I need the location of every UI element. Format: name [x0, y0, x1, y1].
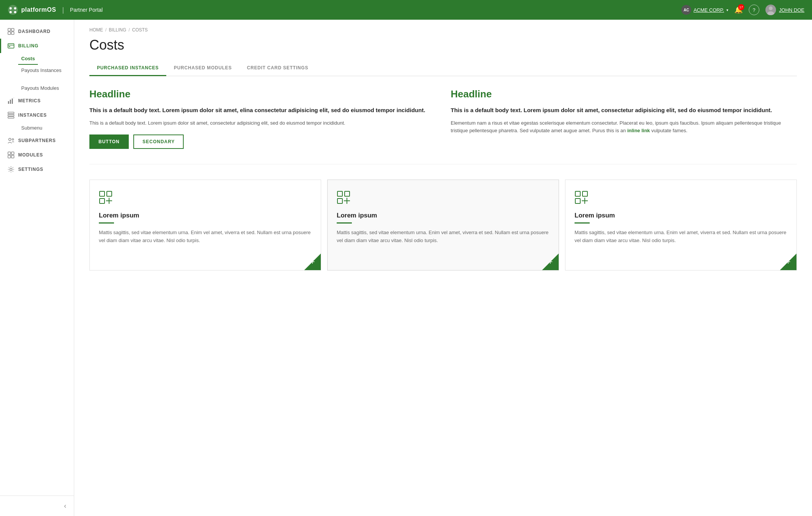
card-1-title: Lorem ipsum — [99, 212, 312, 219]
content-area: HOME / BILLING / COSTS Costs PURCHASED I… — [74, 20, 812, 290]
sidebar-collapse-button[interactable]: ‹ — [0, 496, 74, 516]
svg-point-4 — [14, 11, 16, 13]
topnav-right: AC ACME CORP. ▾ 🔔 17 ? JOHN DOE — [681, 5, 804, 15]
svg-rect-11 — [8, 44, 14, 48]
card-2-icon — [337, 191, 550, 206]
svg-point-3 — [9, 11, 12, 13]
breadcrumb-sep-1: / — [105, 27, 106, 33]
user-name: JOHN DOE — [779, 7, 804, 13]
sidebar: DASHBOARD BILLING Costs Payouts Instance… — [0, 20, 74, 516]
svg-rect-8 — [11, 28, 14, 31]
card-3-icon — [575, 191, 787, 206]
tab-credit-card-settings[interactable]: CREDIT CARD SETTINGS — [239, 61, 316, 76]
instances-icon — [8, 112, 14, 119]
right-headline-block: Headline This is a default body text. Lo… — [451, 88, 797, 149]
dashboard-icon — [8, 28, 14, 35]
card-1-icon — [99, 191, 312, 206]
company-avatar: AC — [681, 5, 691, 15]
svg-point-0 — [8, 5, 18, 15]
tab-purchased-modules[interactable]: PURCHASED MODULES — [166, 61, 239, 76]
card-1-underline — [99, 222, 114, 224]
topnav-left: platformOS | Partner Portal — [8, 5, 103, 15]
main-content: HOME / BILLING / COSTS Costs PURCHASED I… — [74, 20, 812, 516]
svg-rect-30 — [100, 199, 105, 203]
svg-rect-33 — [337, 191, 342, 196]
tab-purchased-instances[interactable]: PURCHASED INSTANCES — [89, 61, 166, 76]
company-name: ACME CORP. — [693, 7, 724, 13]
secondary-button[interactable]: SECONDARY — [133, 134, 184, 149]
settings-icon — [8, 166, 14, 173]
left-headline-body: This is a default body text. Lorem ipsum… — [89, 119, 436, 127]
svg-rect-29 — [107, 191, 112, 196]
svg-rect-18 — [8, 112, 14, 114]
tabs-container: PURCHASED INSTANCES PURCHASED MODULES CR… — [89, 61, 797, 76]
card-3-body: Mattis sagittis, sed vitae elementum urn… — [575, 229, 787, 260]
sidebar-item-subpartners[interactable]: SUBPARTNERS — [0, 133, 74, 148]
sidebar-item-dashboard-label: DASHBOARD — [18, 29, 50, 34]
svg-rect-14 — [8, 101, 9, 104]
sidebar-nav: DASHBOARD BILLING Costs Payouts Instance… — [0, 20, 74, 496]
left-headline-title: Headline — [89, 88, 436, 100]
grid-plus-icon-1 — [99, 191, 112, 204]
sidebar-item-instances[interactable]: INSTANCES — [0, 108, 74, 122]
subnav-payouts-instances[interactable]: Payouts Instances — [18, 65, 74, 76]
svg-rect-39 — [582, 191, 587, 196]
modules-icon — [8, 152, 14, 158]
inline-link[interactable]: inline link — [627, 128, 650, 133]
sidebar-item-billing-label: BILLING — [18, 43, 39, 48]
svg-rect-24 — [11, 152, 14, 155]
notification-button[interactable]: 🔔 17 — [734, 6, 743, 14]
svg-rect-13 — [9, 46, 10, 47]
svg-rect-16 — [12, 99, 13, 104]
breadcrumb-sep-2: / — [128, 27, 130, 33]
left-headline-bold: This is a default body text. Lorem ipsum… — [89, 106, 436, 115]
card-1: Lorem ipsum Mattis sagittis, sed vitae e… — [89, 180, 321, 271]
svg-point-2 — [14, 7, 16, 9]
sidebar-item-metrics[interactable]: METRICS — [0, 94, 74, 108]
svg-rect-19 — [8, 114, 14, 116]
grid-plus-icon-2 — [337, 191, 350, 204]
sidebar-item-modules[interactable]: MODULES — [0, 148, 74, 162]
svg-rect-15 — [10, 100, 11, 104]
svg-rect-40 — [575, 199, 580, 203]
collapse-icon: ‹ — [64, 502, 66, 510]
svg-rect-17 — [14, 98, 14, 98]
subnav-costs[interactable]: Costs — [18, 53, 38, 65]
help-button[interactable]: ? — [749, 5, 759, 15]
right-body-text-end: vulputate fames. — [651, 128, 687, 133]
logo-divider: | — [62, 6, 64, 14]
card-3: Lorem ipsum Mattis sagittis, sed vitae e… — [565, 180, 797, 271]
chevron-down-icon: ▾ — [726, 8, 728, 12]
sidebar-item-dashboard[interactable]: DASHBOARD — [0, 24, 74, 39]
svg-rect-10 — [11, 32, 14, 34]
left-headline-block: Headline This is a default body text. Lo… — [89, 88, 436, 149]
logo: platformOS | Partner Portal — [8, 5, 103, 15]
cards-grid: Lorem ipsum Mattis sagittis, sed vitae e… — [89, 180, 797, 271]
layout: DASHBOARD BILLING Costs Payouts Instance… — [0, 20, 812, 516]
instances-subnav: Submenu — [0, 122, 74, 133]
card-1-body: Mattis sagittis, sed vitae elementum urn… — [99, 229, 312, 260]
svg-point-1 — [9, 7, 12, 9]
subnav-payouts-modules[interactable]: Payouts Modules — [18, 83, 74, 94]
subnav-submenu[interactable]: Submenu — [18, 122, 74, 133]
breadcrumb-current: COSTS — [132, 27, 148, 33]
grid-plus-icon-3 — [575, 191, 588, 204]
primary-button[interactable]: BUTTON — [89, 134, 129, 149]
breadcrumb-billing[interactable]: BILLING — [109, 27, 126, 33]
headline-section: Headline This is a default body text. Lo… — [89, 88, 797, 164]
portal-text: Partner Portal — [70, 7, 103, 13]
logo-icon — [8, 5, 18, 15]
sidebar-item-settings[interactable]: SETTINGS — [0, 162, 74, 177]
left-headline-buttons: BUTTON SECONDARY — [89, 134, 436, 149]
svg-rect-28 — [100, 191, 105, 196]
svg-rect-23 — [8, 152, 11, 155]
metrics-icon — [8, 97, 14, 104]
breadcrumb-home[interactable]: HOME — [89, 27, 103, 33]
sidebar-item-billing[interactable]: BILLING — [0, 39, 74, 53]
billing-icon — [8, 42, 14, 49]
svg-point-22 — [12, 139, 14, 140]
svg-rect-26 — [11, 155, 14, 158]
right-headline-bold: This is a default body text. Lorem ipsum… — [451, 106, 797, 115]
company-selector[interactable]: AC ACME CORP. ▾ — [681, 5, 728, 15]
sidebar-item-metrics-label: METRICS — [18, 98, 41, 103]
